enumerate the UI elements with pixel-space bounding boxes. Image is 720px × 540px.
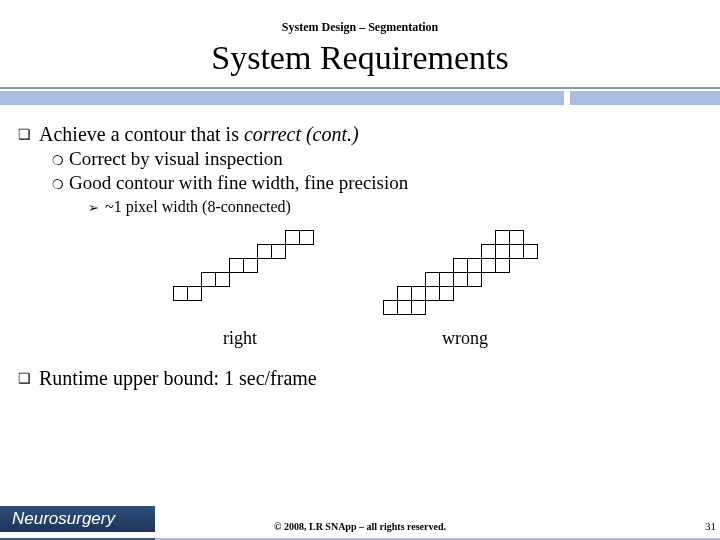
svg-rect-13 xyxy=(495,245,509,259)
pixel-figures xyxy=(18,230,702,322)
bullet-achieve-contour: ❑ Achieve a contour that is correct (con… xyxy=(18,123,702,146)
caption-right: right xyxy=(165,328,315,349)
subbullet-text: Correct by visual inspection xyxy=(69,148,283,170)
svg-rect-24 xyxy=(397,287,411,301)
figure-right xyxy=(173,230,323,308)
page-number: 31 xyxy=(705,520,716,532)
caption-wrong: wrong xyxy=(375,328,555,349)
bullet-text: Runtime upper bound: 1 sec/frame xyxy=(39,367,317,390)
copyright: © 2008, LR SNApp – all rights reserved. xyxy=(0,521,720,532)
circle-bullet-icon: ❍ xyxy=(52,177,63,193)
figure-captions: right wrong xyxy=(18,328,702,349)
subsubbullet-text: ~1 pixel width (8-connected) xyxy=(105,198,291,216)
arrow-bullet-icon: ➢ xyxy=(88,200,99,216)
content-area: ❑ Achieve a contour that is correct (con… xyxy=(0,105,720,540)
svg-rect-30 xyxy=(411,301,425,315)
svg-rect-10 xyxy=(495,231,509,245)
svg-rect-22 xyxy=(453,273,467,287)
svg-rect-7 xyxy=(215,273,229,287)
svg-rect-5 xyxy=(243,259,257,273)
square-bullet-icon: ❑ xyxy=(18,126,31,143)
page-title: System Requirements xyxy=(0,39,720,77)
svg-rect-0 xyxy=(285,231,299,245)
bullet-text: Achieve a contour that is xyxy=(39,123,244,145)
svg-rect-6 xyxy=(201,273,215,287)
bullet-emph: correct (cont.) xyxy=(244,123,359,145)
svg-rect-28 xyxy=(383,301,397,315)
bullet-runtime: ❑ Runtime upper bound: 1 sec/frame xyxy=(18,367,702,390)
svg-rect-17 xyxy=(467,259,481,273)
subbullet-good-contour: ❍ Good contour with fine width, fine pre… xyxy=(52,172,702,194)
svg-rect-21 xyxy=(439,273,453,287)
figure-wrong xyxy=(383,230,548,322)
svg-rect-2 xyxy=(257,245,271,259)
svg-rect-12 xyxy=(481,245,495,259)
svg-rect-19 xyxy=(495,259,509,273)
svg-rect-11 xyxy=(509,231,523,245)
svg-rect-23 xyxy=(467,273,481,287)
svg-rect-9 xyxy=(187,287,201,301)
breadcrumb: System Design – Segmentation xyxy=(0,20,720,35)
svg-rect-18 xyxy=(481,259,495,273)
subsubbullet-pixel-width: ➢ ~1 pixel width (8-connected) xyxy=(88,198,702,216)
svg-rect-14 xyxy=(509,245,523,259)
slide: System Design – Segmentation System Requ… xyxy=(0,0,720,540)
svg-rect-4 xyxy=(229,259,243,273)
square-bullet-icon: ❑ xyxy=(18,370,31,387)
svg-rect-3 xyxy=(271,245,285,259)
svg-rect-1 xyxy=(299,231,313,245)
circle-bullet-icon: ❍ xyxy=(52,153,63,169)
svg-rect-8 xyxy=(173,287,187,301)
subbullet-text: Good contour with fine width, fine preci… xyxy=(69,172,408,194)
svg-rect-16 xyxy=(453,259,467,273)
header: System Design – Segmentation System Requ… xyxy=(0,0,720,105)
svg-rect-29 xyxy=(397,301,411,315)
svg-rect-25 xyxy=(411,287,425,301)
svg-rect-26 xyxy=(425,287,439,301)
subbullet-visual-inspection: ❍ Correct by visual inspection xyxy=(52,148,702,170)
svg-rect-15 xyxy=(523,245,537,259)
divider-bars xyxy=(0,87,720,105)
svg-rect-20 xyxy=(425,273,439,287)
svg-rect-27 xyxy=(439,287,453,301)
